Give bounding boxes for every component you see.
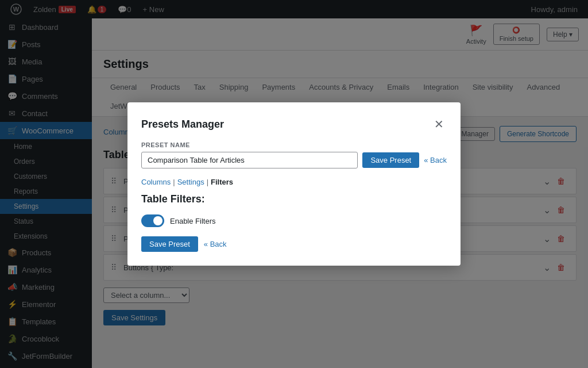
back-label-top: « Back [424, 156, 447, 164]
back-link-bottom[interactable]: « Back [204, 240, 227, 248]
preset-name-label: PRESET NAME [141, 141, 447, 148]
back-label-bottom: « Back [204, 240, 227, 248]
save-preset-button-top[interactable]: Save Preset [362, 152, 419, 168]
modal-nav-columns[interactable]: Columns [141, 178, 171, 186]
modal-actions: Save Preset « Back [141, 236, 447, 252]
preset-name-input[interactable] [141, 152, 358, 168]
modal-nav-filters[interactable]: Filters [211, 178, 233, 186]
back-link-top[interactable]: « Back [424, 156, 447, 164]
modal-close-button[interactable]: ✕ [431, 116, 447, 132]
modal-sep-2: | [207, 178, 208, 186]
modal-nav-settings[interactable]: Settings [177, 178, 204, 186]
save-preset-label-bottom: Save Preset [149, 240, 190, 248]
enable-filters-row: Enable Filters [141, 214, 447, 227]
save-preset-button-bottom[interactable]: Save Preset [141, 236, 198, 252]
enable-filters-toggle[interactable] [141, 214, 164, 227]
modal-header: Presets Manager ✕ [141, 116, 447, 132]
table-filters-title: Table Filters: [141, 193, 447, 205]
modal-overlay[interactable]: Presets Manager ✕ PRESET NAME Save Prese… [0, 0, 588, 368]
presets-manager-modal: Presets Manager ✕ PRESET NAME Save Prese… [127, 102, 461, 266]
save-preset-label-top: Save Preset [370, 156, 411, 164]
modal-subnav: Columns | Settings | Filters [141, 178, 447, 186]
preset-name-row: Save Preset « Back [141, 152, 447, 168]
enable-filters-label: Enable Filters [170, 217, 215, 225]
modal-title: Presets Manager [141, 118, 224, 131]
toggle-slider [141, 214, 164, 227]
modal-sep-1: | [173, 178, 175, 186]
